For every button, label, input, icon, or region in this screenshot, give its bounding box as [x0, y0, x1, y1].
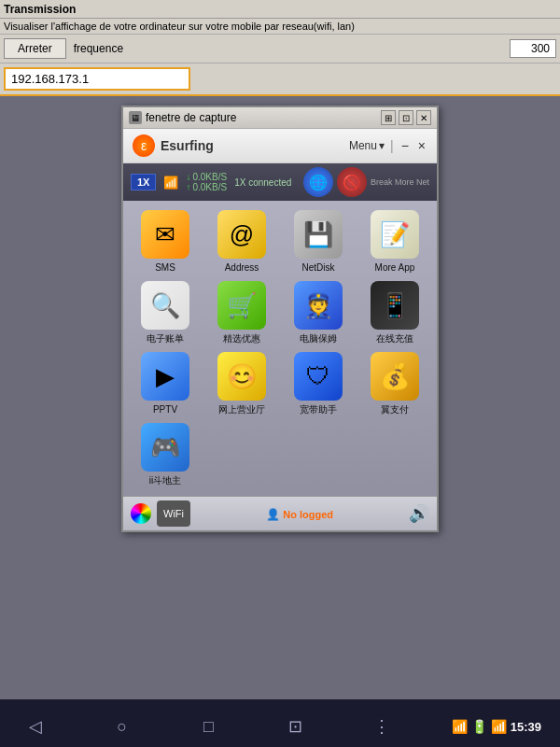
net-icons: 🌐 🚫 Break More Net [303, 167, 429, 197]
app-icon-9: 😊 [217, 352, 266, 401]
app-item[interactable]: 👮电脑保姆 [284, 281, 353, 345]
app-icon-1: @ [217, 210, 266, 259]
esurfing-logo: ε [133, 134, 155, 157]
back-button[interactable]: ◁ [19, 710, 52, 743]
frequence-label: frequence [74, 42, 502, 55]
app-icon-8: ▶ [141, 352, 189, 401]
login-text: No logged [283, 509, 333, 520]
app-icon-11: 💰 [371, 352, 419, 401]
close-button[interactable]: × [416, 138, 427, 153]
app-icon-2: 💾 [294, 210, 343, 259]
wifi-tray-icon: 🔋 [471, 719, 487, 734]
system-time: 15:39 [511, 720, 541, 734]
color-circle [131, 503, 151, 524]
ip-input[interactable] [4, 67, 190, 91]
window-title: fenetre de capture [146, 111, 377, 124]
app-item[interactable]: 🛒精选优惠 [207, 281, 276, 345]
no-globe-icon[interactable]: 🚫 [337, 167, 367, 197]
app-item[interactable]: 🎮ii斗地主 [131, 423, 200, 486]
app-item[interactable]: @Address [207, 210, 276, 274]
resize-icon[interactable]: ⊞ [381, 110, 396, 125]
app-item[interactable]: 🛡宽带助手 [284, 352, 353, 416]
login-status: 👤 No logged [196, 505, 403, 522]
app-item[interactable]: 📝More App [360, 210, 429, 274]
signal-icon: 📶 [163, 176, 178, 190]
app-label-6: 电脑保姆 [300, 333, 337, 345]
speed-up: 0.0KB/S [192, 182, 227, 192]
status-bar: 1X 📶 ↓ 0.0KB/S ↑ 0.0KB/S 1X connected 🌐 … [123, 163, 437, 201]
window-bottom-bar: WiFi 👤 No logged 🔊 [123, 496, 437, 530]
app-item[interactable]: ▶PPTV [131, 352, 200, 416]
app-title: Transmission [4, 3, 76, 16]
controls-row: Arreter frequence [0, 35, 560, 63]
android-nav: ◁ ○ □ ⊡ ⋮ 📶 🔋 📶 15:39 [0, 706, 560, 747]
wifi-label: WiFi [163, 508, 184, 519]
app-item[interactable]: 📱在线充值 [360, 281, 429, 345]
app-label-1: Address [225, 262, 259, 274]
app-label-5: 精选优惠 [223, 333, 260, 345]
battery-icon: 📶 [491, 719, 507, 734]
recent-button[interactable]: □ [192, 710, 226, 743]
connection-badge: 1X [131, 174, 156, 190]
wifi-icon-button[interactable]: WiFi [157, 500, 190, 527]
app-label-8: PPTV [153, 404, 177, 416]
minimize-button[interactable]: − [399, 138, 411, 153]
close-icon[interactable]: ✕ [416, 110, 431, 125]
description-bar: Visualiser l'affichage de votre ordinate… [0, 19, 560, 35]
arreter-button[interactable]: Arreter [4, 38, 66, 59]
app-label-12: ii斗地主 [149, 475, 181, 486]
window-controls: ⊞ ⊡ ✕ [381, 110, 431, 125]
app-label-2: NetDisk [301, 262, 334, 274]
app-grid: ✉SMS@Address💾NetDisk📝More App🔍电子账单🛒精选优惠👮… [123, 201, 437, 496]
ip-row [0, 63, 560, 96]
break-label: Break More Net [371, 177, 429, 187]
menu-button[interactable]: Menu ▾ [349, 139, 385, 152]
app-icon-6: 👮 [294, 281, 343, 330]
home-button[interactable]: ○ [105, 710, 139, 743]
top-bar: Transmission [0, 0, 560, 19]
app-label-9: 网上营业厅 [218, 404, 265, 416]
app-icon-7: 📱 [371, 281, 419, 330]
app-label-7: 在线充值 [376, 333, 413, 345]
capture-window: 🖥 fenetre de capture ⊞ ⊡ ✕ ε Esurfing Me… [121, 106, 439, 532]
esurfing-header: ε Esurfing Menu ▾ | − × [123, 129, 437, 163]
app-icon-4: 🔍 [141, 281, 189, 330]
system-tray: 📶 🔋 📶 15:39 [452, 719, 541, 734]
app-icon-0: ✉ [141, 210, 189, 259]
camera-button[interactable]: ⊡ [278, 710, 312, 743]
esurfing-brand: Esurfing [161, 138, 343, 153]
app-label-3: More App [375, 262, 415, 274]
signal-tray-icon: 📶 [452, 719, 468, 734]
frequency-input[interactable] [510, 39, 556, 58]
net-status-labels: Break More Net [371, 177, 429, 187]
main-area: 🖥 fenetre de capture ⊞ ⊡ ✕ ε Esurfing Me… [0, 96, 560, 699]
app-icon-3: 📝 [371, 210, 419, 259]
app-label-10: 宽带助手 [300, 404, 337, 416]
expand-icon[interactable]: ⊡ [399, 110, 413, 125]
app-icon-5: 🛒 [217, 281, 266, 330]
app-item[interactable]: 😊网上营业厅 [207, 352, 276, 416]
app-label-4: 电子账单 [147, 333, 184, 345]
app-label-0: SMS [155, 262, 175, 274]
app-icon-12: 🎮 [141, 423, 189, 472]
app-label-11: 翼支付 [381, 404, 409, 416]
volume-icon[interactable]: 🔊 [409, 503, 429, 524]
window-icon: 🖥 [129, 111, 142, 124]
separator: | [390, 138, 394, 153]
menu-dots-button[interactable]: ⋮ [365, 710, 399, 743]
connection-text: 1X connected [234, 177, 291, 188]
app-item[interactable]: 🔍电子账单 [131, 281, 200, 345]
app-item[interactable]: ✉SMS [131, 210, 200, 274]
speed-info: ↓ 0.0KB/S ↑ 0.0KB/S [186, 172, 227, 192]
app-item[interactable]: 💾NetDisk [284, 210, 353, 274]
app-item[interactable]: 💰翼支付 [360, 352, 429, 416]
speed-down: 0.0KB/S [192, 172, 227, 182]
window-titlebar: 🖥 fenetre de capture ⊞ ⊡ ✕ [123, 107, 437, 129]
globe-icon[interactable]: 🌐 [303, 167, 333, 197]
app-icon-10: 🛡 [294, 352, 343, 401]
description-text: Visualiser l'affichage de votre ordinate… [4, 21, 355, 32]
